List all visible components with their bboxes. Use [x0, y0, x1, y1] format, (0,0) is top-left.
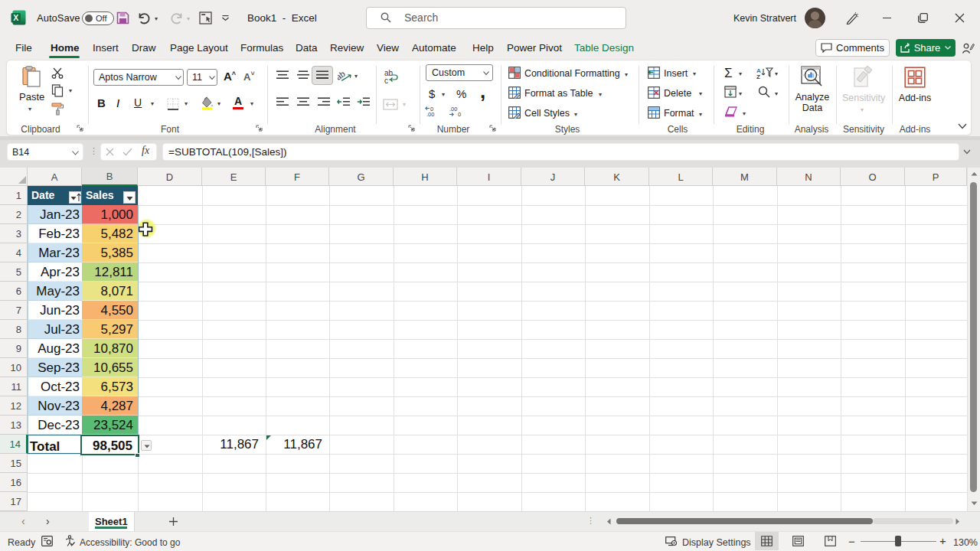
- svg-text:0: 0: [458, 111, 461, 117]
- svg-text:Z: Z: [756, 73, 760, 79]
- svg-text:X: X: [13, 13, 18, 22]
- svg-text:.00: .00: [426, 111, 434, 117]
- svg-text:c: c: [384, 77, 388, 84]
- svg-text:.00: .00: [449, 106, 457, 112]
